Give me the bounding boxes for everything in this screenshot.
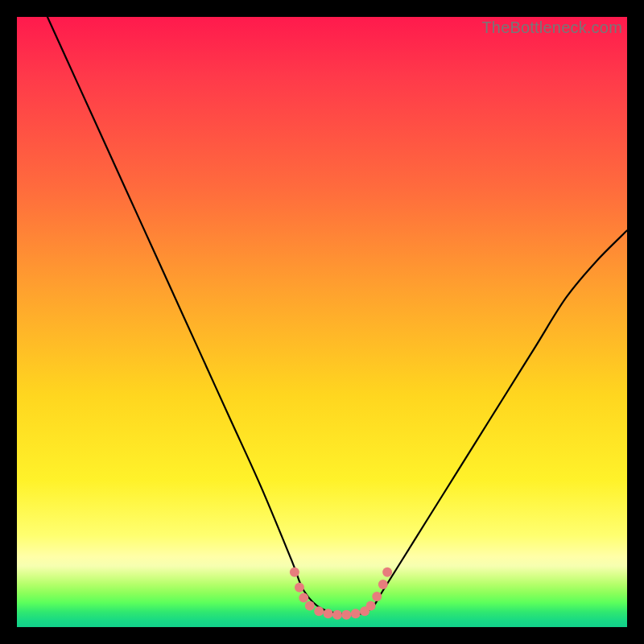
curve-svg xyxy=(17,17,627,627)
curve-marker xyxy=(378,580,388,589)
curve-marker xyxy=(372,592,382,601)
curve-marker xyxy=(290,568,299,577)
curve-marker xyxy=(332,610,342,620)
curve-marker xyxy=(295,583,304,592)
marker-group xyxy=(290,568,392,620)
chart-container: TheBottleneck.com xyxy=(0,0,644,644)
curve-marker xyxy=(366,601,376,610)
curve-marker xyxy=(341,610,351,620)
curve-marker xyxy=(305,601,315,610)
bottleneck-curve xyxy=(47,17,627,615)
curve-marker xyxy=(314,606,324,616)
curve-marker xyxy=(351,609,361,618)
curve-marker xyxy=(382,568,392,577)
plot-area: TheBottleneck.com xyxy=(17,17,627,627)
curve-marker xyxy=(299,593,308,603)
curve-marker xyxy=(324,609,333,618)
